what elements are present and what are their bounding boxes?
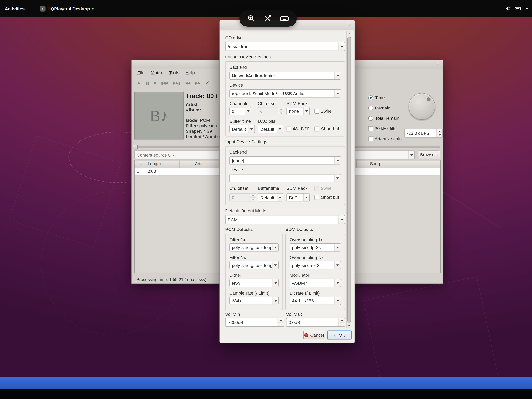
pause-icon[interactable]: ▮▮ xyxy=(146,80,149,85)
channel-offset-spinner: 0 xyxy=(258,107,285,115)
shaper-label: Shaper: xyxy=(186,129,202,134)
channels-select[interactable]: 2 xyxy=(229,107,251,115)
track-title: Track: 00 / xyxy=(186,92,217,100)
chevron-down-icon xyxy=(245,107,251,115)
buffer-time-label: Buffer time xyxy=(229,119,251,124)
progress-slider-handle[interactable] xyxy=(133,145,138,150)
magnifier-plus-icon[interactable] xyxy=(247,14,256,23)
input-buffer-time-select[interactable]: Default xyxy=(258,193,283,201)
tools-icon[interactable] xyxy=(263,14,272,23)
output-backend-select[interactable]: NetworkAudioAdapter xyxy=(229,71,341,80)
spinner-buttons[interactable] xyxy=(338,318,345,326)
sample-rate-select[interactable]: 384k xyxy=(229,296,279,305)
play-icon[interactable]: ▶ xyxy=(138,80,140,85)
chevron-down-icon xyxy=(334,279,341,287)
default-output-mode-label: Default Output Mode xyxy=(225,208,266,213)
scroll-down-icon[interactable]: ▼ xyxy=(347,324,351,327)
album-art-placeholder: B♪ xyxy=(150,107,168,125)
output-device-select[interactable]: ropieeexl: Schiit Modi 3+: USB Audio xyxy=(229,89,341,97)
modulator-select[interactable]: ASDM7 xyxy=(290,279,341,287)
spinner-buttons[interactable] xyxy=(436,129,443,137)
apply-icon[interactable]: ✔ xyxy=(205,80,209,85)
filter-1x-select[interactable]: poly-sinc-gauss-long xyxy=(229,243,279,251)
stop-icon[interactable]: ■ xyxy=(154,81,156,85)
fast-forward-icon[interactable]: ▶▶ xyxy=(195,80,200,85)
dither-label: Dither xyxy=(229,273,241,278)
checkbox-label: Short buf xyxy=(321,195,339,200)
keyboard-icon[interactable] xyxy=(280,14,289,23)
volume-knob[interactable] xyxy=(409,93,435,120)
next-track-icon[interactable]: ▶▶▮ xyxy=(173,80,180,85)
2wire-checkbox[interactable]: 2wire xyxy=(315,109,332,114)
adaptive-gain-checkbox[interactable]: Adaptive gain xyxy=(368,136,402,141)
dither-select[interactable]: NS9 xyxy=(229,279,279,287)
system-tray[interactable]: ▾ xyxy=(505,6,528,11)
column-header[interactable]: # xyxy=(140,161,143,166)
checkbox-box xyxy=(315,195,319,200)
scroll-up-icon[interactable]: ▲ xyxy=(347,32,351,35)
vol-max-spinner[interactable]: 0.0dB xyxy=(286,318,345,327)
spin-value: 0.0dB xyxy=(286,320,338,325)
column-header[interactable]: Song xyxy=(370,161,380,166)
vol-min-spinner[interactable]: -60.0dB xyxy=(225,318,284,327)
album-art: B♪ xyxy=(134,92,184,140)
radio-dot xyxy=(368,95,373,100)
column-header[interactable]: Length xyxy=(148,161,161,166)
radio-label: Total remain xyxy=(375,116,399,121)
oversampling-1x-select[interactable]: poly-sinc-lp-2s xyxy=(290,243,341,251)
input-sdm-pack-select[interactable]: DoP xyxy=(286,193,310,201)
radio-remain[interactable]: Remain xyxy=(368,105,390,110)
previous-track-icon[interactable]: ▮◀◀ xyxy=(161,80,168,85)
limited-label: Limited / Apod: xyxy=(186,134,218,139)
device-label: Device xyxy=(229,167,243,172)
chevron-down-icon xyxy=(303,194,310,201)
cd-drive-select[interactable]: /dev/cdrom xyxy=(225,42,345,51)
ok-button[interactable]: ✔ OK xyxy=(327,331,352,339)
activities-button[interactable]: Activities xyxy=(5,6,25,11)
chevron-down-icon xyxy=(277,125,283,133)
input-device-select[interactable] xyxy=(229,174,341,182)
48k-dsd-checkbox[interactable]: 48k DSD xyxy=(286,126,310,131)
default-output-mode-select[interactable]: PCM xyxy=(225,215,345,224)
radio-time[interactable]: Time xyxy=(368,95,385,100)
buffer-time-select[interactable]: Default xyxy=(229,125,255,133)
app-icon: ♪ xyxy=(39,6,45,12)
combo-value: DoP xyxy=(287,195,303,200)
close-icon[interactable]: × xyxy=(348,22,350,28)
bit-rate-select[interactable]: 44.1k x256 xyxy=(290,296,341,305)
chevron-down-icon xyxy=(334,72,341,79)
settings-dialog: × CD drive /dev/cdrom Output Device Sett… xyxy=(219,20,355,343)
chevron-down-icon xyxy=(248,125,254,133)
filter-nx-select[interactable]: poly-sinc-gauss-long xyxy=(229,261,279,269)
column-header[interactable]: Artist xyxy=(195,161,205,166)
cancel-button[interactable]: Cancel xyxy=(303,331,325,339)
browse-button[interactable]: Browse... xyxy=(418,151,440,160)
chevron-down-icon[interactable] xyxy=(408,151,414,159)
spinner-buttons[interactable] xyxy=(278,318,284,326)
rewind-icon[interactable]: ◀◀ xyxy=(185,80,190,85)
app-menu[interactable]: ♪ HQPlayer 4 Desktop ▾ xyxy=(39,6,94,12)
combo-value: PCM xyxy=(226,217,338,222)
oversampling-nx-select[interactable]: poly-sinc-ext2 xyxy=(290,261,341,269)
combo-value: [none] xyxy=(230,158,334,163)
input-backend-select[interactable]: [none] xyxy=(229,156,341,164)
spin-value: 0 xyxy=(230,195,250,200)
dialog-scrollbar[interactable]: ▲ ▼ xyxy=(346,31,351,328)
radio-total-remain[interactable]: Total remain xyxy=(368,116,399,121)
close-icon[interactable]: × xyxy=(437,61,439,67)
menu-item-tools[interactable]: Tools xyxy=(166,70,183,75)
volume-level-spinner[interactable]: -23.0 dBFS xyxy=(405,129,443,138)
sdm-pack-select[interactable]: none xyxy=(286,107,310,115)
input-short-buf-checkbox[interactable]: Short buf xyxy=(315,195,339,200)
menu-item-matrix[interactable]: Matrix xyxy=(148,70,166,75)
radio-dot xyxy=(368,116,373,121)
chevron-down-icon xyxy=(334,157,341,164)
scrollbar-thumb[interactable] xyxy=(347,37,351,323)
checkbox-label: 20 kHz filter xyxy=(375,126,398,131)
20khz-filter-checkbox[interactable]: 20 kHz filter xyxy=(368,126,398,131)
knob-indicator xyxy=(427,97,430,101)
short-buf-checkbox[interactable]: Short buf xyxy=(315,126,339,131)
dac-bits-select[interactable]: Default xyxy=(258,125,283,133)
menu-item-file[interactable]: File xyxy=(134,70,148,75)
menu-item-help[interactable]: Help xyxy=(183,70,198,75)
